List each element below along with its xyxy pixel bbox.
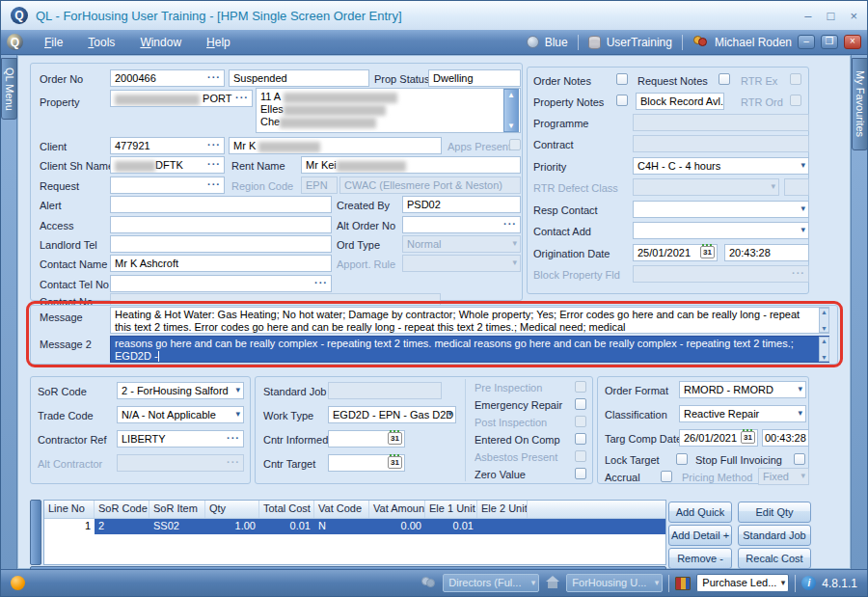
add-quick-button[interactable]: Add Quick <box>668 502 732 523</box>
work-type-dropdown[interactable]: EGD2D - EPN - Gas D2D <box>328 406 456 423</box>
col-ele2-unit[interactable]: Ele 2 Unit <box>477 501 528 518</box>
message2-field[interactable]: reasons go here and can be really comple… <box>110 336 829 363</box>
ellipsis-button[interactable] <box>207 139 221 151</box>
contractor-ref-field[interactable]: LIBERTY <box>117 430 244 448</box>
created-by-field[interactable]: PSD02 <box>402 196 521 213</box>
client-no-field[interactable]: 477921 <box>110 137 225 154</box>
info-icon[interactable]: i <box>801 576 816 590</box>
user-name[interactable]: Michael Roden <box>715 36 792 49</box>
zero-value-checkbox[interactable] <box>575 468 586 479</box>
accrual-checkbox[interactable] <box>661 471 672 482</box>
block-record-field[interactable]: Block Record Avl. <box>636 93 724 110</box>
ellipsis-button[interactable] <box>314 277 328 289</box>
col-sor-item[interactable]: SoR Item <box>149 501 205 518</box>
property-notes-checkbox[interactable] <box>616 95 628 106</box>
order-format-dropdown[interactable]: RMORD - RMORD <box>679 381 806 398</box>
ledger-books-icon <box>675 577 691 590</box>
ellipsis-button[interactable] <box>227 432 240 445</box>
redacted-text <box>284 93 397 103</box>
address-scrollbar[interactable] <box>503 89 519 132</box>
access-field[interactable] <box>110 216 332 233</box>
client-sh-name-field[interactable]: DFTK <box>110 156 225 174</box>
sor-code-dropdown[interactable]: 2 - ForHousing Salford <box>117 382 244 399</box>
ellipsis-button[interactable] <box>235 92 249 104</box>
property-address-box[interactable]: 11 A Elles Che <box>256 88 521 133</box>
prop-status-field[interactable]: Dwelling <box>428 69 521 87</box>
order-status-field[interactable]: Suspended <box>229 69 369 87</box>
contact-tel-no-field[interactable] <box>110 275 332 292</box>
recalc-cost-button[interactable]: Recalc Cost <box>738 548 811 569</box>
menu-file[interactable]: File <box>33 33 74 52</box>
rtr-ord-checkbox <box>790 95 801 106</box>
minimize-button[interactable]: – <box>804 9 811 23</box>
ellipsis-button[interactable] <box>207 71 221 84</box>
ellipsis-button[interactable] <box>207 158 221 171</box>
close-button[interactable]: × <box>850 9 857 23</box>
theme-label[interactable]: Blue <box>545 36 568 49</box>
alert-field[interactable] <box>110 196 332 213</box>
property-field[interactable]: PORT <box>110 90 253 107</box>
resp-contact-dropdown[interactable] <box>633 201 809 218</box>
col-sor-code[interactable]: SoR Code <box>95 501 149 518</box>
targ-comp-time-field[interactable]: 00:43:28 <box>762 429 809 447</box>
landlord-tel-field[interactable] <box>110 235 332 253</box>
mdi-restore-button[interactable]: ❒ <box>821 35 838 49</box>
message-field[interactable]: Heating & Hot Water: Gas Heating; No hot… <box>110 307 829 334</box>
trade-code-dropdown[interactable]: N/A - Not Applicable <box>117 406 244 423</box>
ql-menu-tab[interactable]: QL Menu <box>1 58 17 120</box>
cntr-target-label: Cntr Target <box>263 458 315 470</box>
classification-dropdown[interactable]: Reactive Repair <box>679 405 806 422</box>
rent-name-field[interactable]: Mr Kei <box>301 156 521 174</box>
col-ele1-unit[interactable]: Ele 1 Unit C... <box>425 501 477 518</box>
order-lines-grid[interactable]: Line No SoR Code SoR Item Qty Total Cost… <box>43 500 666 565</box>
my-favourites-tab[interactable]: My Favourites <box>852 58 868 150</box>
mdi-close-button[interactable]: × <box>844 35 861 49</box>
ledger-dropdown[interactable]: Purchase Led... <box>696 574 789 592</box>
emergency-repair-checkbox[interactable] <box>575 398 586 410</box>
col-line-no[interactable]: Line No <box>44 501 95 518</box>
request-field[interactable] <box>110 176 225 194</box>
entered-on-comp-label: Entered On Comp <box>475 434 560 446</box>
message-scrollbar[interactable] <box>819 308 829 333</box>
request-notes-label: Request Notes <box>637 75 708 87</box>
order-no-field[interactable]: 2000466 <box>110 69 225 87</box>
origination-time-field[interactable]: 20:43:28 <box>724 244 809 261</box>
apps-present-label: Apps Present <box>448 141 511 152</box>
request-notes-checkbox[interactable] <box>719 73 730 85</box>
apport-rule-dropdown <box>402 255 521 272</box>
table-row[interactable]: 1 2 SS02 1.00 0.01 N 0.00 0.01 <box>44 519 665 534</box>
col-vat-code[interactable]: Vat Code <box>314 501 369 518</box>
menu-tools[interactable]: Tools <box>76 33 126 52</box>
notification-ball-icon[interactable] <box>11 576 25 590</box>
order-notes-checkbox[interactable] <box>616 73 628 85</box>
entered-on-comp-checkbox[interactable] <box>575 433 586 445</box>
client-name-field[interactable]: Mr K <box>229 137 442 154</box>
alt-order-no-field[interactable] <box>402 216 521 233</box>
message2-scrollbar[interactable] <box>819 337 829 362</box>
contact-name-field[interactable]: Mr K Ashcroft <box>110 255 332 272</box>
menu-help[interactable]: Help <box>195 33 242 52</box>
calendar-icon[interactable] <box>388 432 402 445</box>
ql-menu-icon[interactable]: Q <box>7 34 23 50</box>
priority-dropdown[interactable]: C4H - C - 4 hours <box>633 157 809 175</box>
mdi-minimize-button[interactable]: – <box>798 35 815 49</box>
lock-target-checkbox[interactable] <box>676 453 688 465</box>
maximize-button[interactable]: □ <box>827 9 835 23</box>
grid-left-scrollbar[interactable] <box>30 500 41 565</box>
ellipsis-button[interactable] <box>207 178 221 191</box>
contact-add-dropdown[interactable] <box>633 222 809 239</box>
ellipsis-button[interactable] <box>503 218 517 231</box>
col-total-cost[interactable]: Total Cost <box>259 501 314 518</box>
standard-job-button[interactable]: Standard Job <box>738 525 811 546</box>
database-name[interactable]: UserTraining <box>607 36 672 49</box>
calendar-icon[interactable] <box>388 456 402 469</box>
menu-window[interactable]: Window <box>128 33 193 52</box>
calendar-icon[interactable] <box>741 431 755 444</box>
col-vat-amount[interactable]: Vat Amount <box>369 501 425 518</box>
calendar-icon[interactable] <box>700 246 715 258</box>
remove-button[interactable]: Remove - <box>668 548 732 569</box>
add-detail-button[interactable]: Add Detail + <box>668 525 732 546</box>
stop-full-invoicing-checkbox[interactable] <box>794 453 805 465</box>
col-qty[interactable]: Qty <box>205 501 259 518</box>
edit-qty-button[interactable]: Edit Qty <box>738 502 811 523</box>
